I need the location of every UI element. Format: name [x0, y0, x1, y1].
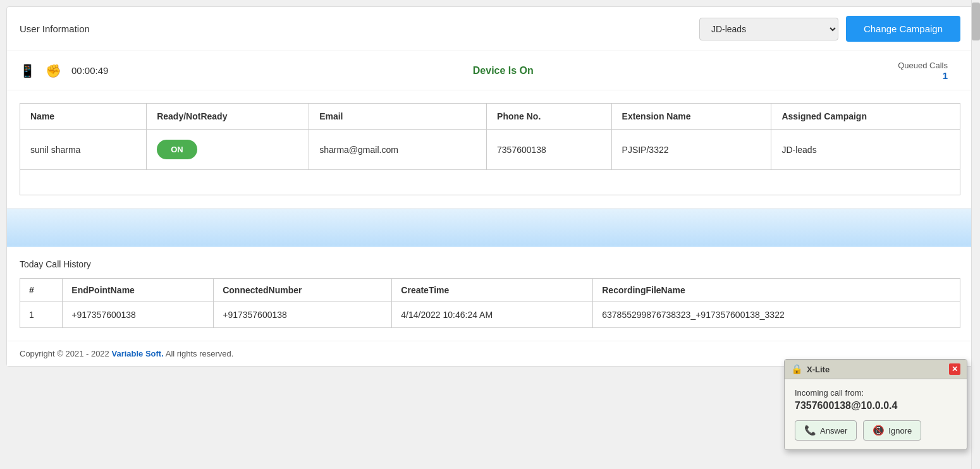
header-section: User Information JD-leads Change Campaig… [7, 7, 973, 51]
table-row: sunil sharma ON sharma@gmail.com 7357600… [20, 130, 960, 170]
col-extension: Extension Name [611, 104, 771, 130]
xlite-header: 🔒 X-Lite ✕ [785, 360, 967, 379]
answer-phone-icon: 📞 [804, 425, 816, 436]
user-table: Name Ready/NotReady Email Phone No. Exte… [20, 103, 960, 195]
history-header-row: # EndPointName ConnectedNumber CreateTim… [20, 279, 960, 302]
xlite-body: Incoming call from: 7357600138@10.0.0.4 … [785, 379, 967, 449]
ready-badge[interactable]: ON [157, 140, 197, 159]
xlite-title-area: 🔒 X-Lite [791, 363, 830, 375]
scrollbar-thumb[interactable] [972, 3, 980, 40]
xlite-close-button[interactable]: ✕ [949, 363, 960, 375]
cell-phone: 7357600138 [487, 130, 612, 170]
col-connected: ConnectedNumber [214, 279, 392, 302]
queued-calls-count: 1 [898, 70, 948, 81]
xlite-incoming-label: Incoming call from: [795, 388, 957, 398]
header-right: JD-leads Change Campaign [699, 16, 960, 42]
col-campaign: Assigned Campaign [771, 104, 960, 130]
queued-calls-section: Queued Calls 1 [898, 60, 948, 81]
xlite-popup: 🔒 X-Lite ✕ Incoming call from: 735760013… [784, 359, 967, 450]
cell-email: sharma@gmail.com [309, 130, 487, 170]
history-table: # EndPointName ConnectedNumber CreateTim… [20, 278, 960, 328]
campaign-select[interactable]: JD-leads [699, 18, 838, 40]
history-row: 1 +917357600138 +917357600138 4/14/2022 … [20, 302, 960, 328]
col-createtime: CreateTime [392, 279, 593, 302]
answer-label: Answer [820, 426, 847, 436]
page-title: User Information [20, 23, 90, 34]
call-history-title: Today Call History [20, 259, 960, 269]
cell-ready: ON [147, 130, 309, 170]
col-endpoint: EndPointName [63, 279, 214, 302]
col-name: Name [20, 104, 147, 130]
ignore-button[interactable]: 📵 Ignore [863, 420, 921, 441]
table-row-empty [20, 170, 960, 195]
timer-display: 00:00:49 [71, 65, 108, 76]
cell-name: sunil sharma [20, 130, 147, 170]
cell-connected-number: +917357600138 [214, 302, 392, 328]
hand-icon: ✊ [46, 63, 61, 78]
col-phone: Phone No. [487, 104, 612, 130]
cell-campaign: JD-leads [771, 130, 960, 170]
answer-button[interactable]: 📞 Answer [795, 420, 857, 441]
footer-copyright: Copyright © 2021 - 2022 [20, 349, 111, 358]
change-campaign-button[interactable]: Change Campaign [846, 16, 960, 42]
col-ready: Ready/NotReady [147, 104, 309, 130]
queued-calls-label: Queued Calls [898, 61, 948, 70]
col-email: Email [309, 104, 487, 130]
col-num: # [20, 279, 63, 302]
scrollbar[interactable] [971, 0, 980, 469]
xlite-caller: 7357600138@10.0.0.4 [795, 400, 957, 411]
footer-rights: All rights reserved. [164, 349, 234, 358]
ignore-label: Ignore [888, 426, 912, 436]
xlite-actions: 📞 Answer 📵 Ignore [795, 420, 957, 441]
call-history-section: Today Call History # EndPointName Connec… [7, 247, 973, 341]
blue-divider-area [7, 209, 973, 247]
xlite-title: X-Lite [807, 365, 830, 374]
xlite-lock-icon: 🔒 [791, 363, 803, 375]
table-header-row: Name Ready/NotReady Email Phone No. Exte… [20, 104, 960, 130]
footer-brand[interactable]: Variable Soft. [111, 349, 163, 358]
cell-create-time: 4/14/2022 10:46:24 AM [392, 302, 593, 328]
device-status: Device Is On [118, 65, 888, 76]
user-table-section: Name Ready/NotReady Email Phone No. Exte… [7, 90, 973, 209]
cell-extension: PJSIP/3322 [611, 130, 771, 170]
cell-endpoint-name: +917357600138 [63, 302, 214, 328]
ignore-phone-icon: 📵 [873, 425, 885, 436]
col-recording: RecordingFileName [593, 279, 960, 302]
status-bar: 📱 ✊ 00:00:49 Device Is On Queued Calls 1 [7, 51, 973, 90]
cell-row-num: 1 [20, 302, 63, 328]
cell-recording-file: 637855299876738323_+917357600138_3322 [593, 302, 960, 328]
phone-icon: 📱 [20, 63, 35, 78]
